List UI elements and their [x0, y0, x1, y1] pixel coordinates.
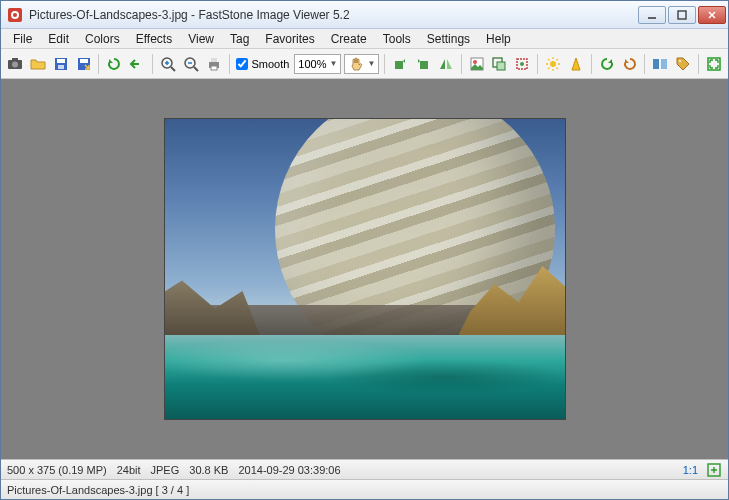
- status-filename-index: Pictures-Of-Landscapes-3.jpg [ 3 / 4 ]: [7, 484, 189, 496]
- separator: [591, 54, 592, 74]
- draw-button[interactable]: [467, 53, 487, 75]
- status-bar-info: 500 x 375 (0.19 MP) 24bit JPEG 30.8 KB 2…: [1, 459, 728, 479]
- menu-favorites[interactable]: Favorites: [257, 30, 322, 48]
- separator: [698, 54, 699, 74]
- image-canvas[interactable]: [1, 79, 728, 459]
- compare-button[interactable]: [650, 53, 670, 75]
- titlebar: Pictures-Of-Landscapes-3.jpg - FastStone…: [1, 1, 728, 29]
- reload-button[interactable]: [104, 53, 124, 75]
- fullscreen-button[interactable]: [704, 53, 724, 75]
- menu-view[interactable]: View: [180, 30, 222, 48]
- separator: [537, 54, 538, 74]
- svg-line-41: [557, 59, 559, 61]
- svg-rect-42: [653, 59, 659, 69]
- separator: [644, 54, 645, 74]
- menu-file[interactable]: File: [5, 30, 40, 48]
- hand-icon: [348, 56, 364, 72]
- svg-point-28: [473, 60, 477, 64]
- crop-button[interactable]: [512, 53, 532, 75]
- svg-rect-23: [211, 58, 217, 62]
- fit-window-icon[interactable]: [706, 462, 722, 478]
- menu-tag[interactable]: Tag: [222, 30, 257, 48]
- separator: [98, 54, 99, 74]
- app-icon: [7, 7, 23, 23]
- menu-edit[interactable]: Edit: [40, 30, 77, 48]
- chevron-down-icon: ▼: [367, 59, 375, 68]
- status-size: 30.8 KB: [189, 464, 228, 476]
- svg-line-20: [194, 67, 198, 71]
- separator: [229, 54, 230, 74]
- cursor-tool-select[interactable]: ▼: [344, 54, 379, 74]
- undo-button[interactable]: [127, 53, 147, 75]
- minimize-button[interactable]: [638, 6, 666, 24]
- status-format: JPEG: [151, 464, 180, 476]
- menu-create[interactable]: Create: [323, 30, 375, 48]
- resize-button[interactable]: [490, 53, 510, 75]
- status-bar-file: Pictures-Of-Landscapes-3.jpg [ 3 / 4 ]: [1, 479, 728, 499]
- smooth-toggle[interactable]: Smooth: [234, 58, 291, 70]
- separator: [461, 54, 462, 74]
- svg-rect-45: [708, 58, 720, 70]
- svg-line-39: [557, 67, 559, 69]
- app-window: Pictures-Of-Landscapes-3.jpg - FastStone…: [0, 0, 729, 500]
- svg-rect-25: [395, 61, 403, 69]
- svg-line-38: [548, 59, 550, 61]
- open-button[interactable]: [28, 53, 48, 75]
- flip-button[interactable]: [436, 53, 456, 75]
- window-title: Pictures-Of-Landscapes-3.jpg - FastStone…: [29, 8, 638, 22]
- maximize-button[interactable]: [668, 6, 696, 24]
- svg-rect-24: [211, 66, 217, 70]
- status-dimensions: 500 x 375 (0.19 MP): [7, 464, 107, 476]
- menu-colors[interactable]: Colors: [77, 30, 128, 48]
- sharpen-button[interactable]: [566, 53, 586, 75]
- svg-rect-9: [12, 58, 18, 61]
- chevron-down-icon: ▼: [329, 59, 337, 68]
- redo-button[interactable]: [597, 53, 617, 75]
- svg-point-32: [520, 62, 524, 66]
- svg-rect-43: [661, 59, 667, 69]
- status-datetime: 2014-09-29 03:39:06: [238, 464, 340, 476]
- menu-help[interactable]: Help: [478, 30, 519, 48]
- svg-rect-30: [497, 62, 505, 70]
- smooth-label: Smooth: [251, 58, 289, 70]
- menu-tools[interactable]: Tools: [375, 30, 419, 48]
- smooth-checkbox[interactable]: [236, 58, 248, 70]
- status-depth: 24bit: [117, 464, 141, 476]
- print-button[interactable]: [204, 53, 224, 75]
- svg-line-16: [171, 67, 175, 71]
- svg-rect-14: [80, 59, 88, 63]
- svg-rect-26: [420, 61, 428, 69]
- svg-point-8: [12, 61, 18, 67]
- zoom-ratio[interactable]: 1:1: [683, 464, 698, 476]
- save-button[interactable]: [51, 53, 71, 75]
- tag-button[interactable]: [673, 53, 693, 75]
- rotate-left-button[interactable]: [390, 53, 410, 75]
- displayed-image: [165, 119, 565, 419]
- separator: [384, 54, 385, 74]
- window-buttons: [638, 6, 726, 24]
- svg-point-33: [550, 61, 556, 67]
- menu-settings[interactable]: Settings: [419, 30, 478, 48]
- separator: [152, 54, 153, 74]
- zoom-value: 100%: [298, 58, 326, 70]
- light-button[interactable]: [543, 53, 563, 75]
- svg-rect-11: [57, 59, 65, 63]
- zoom-select[interactable]: 100% ▼: [294, 54, 341, 74]
- zoomout-button[interactable]: [181, 53, 201, 75]
- menubar: File Edit Colors Effects View Tag Favori…: [1, 29, 728, 49]
- saveas-button[interactable]: [74, 53, 94, 75]
- svg-rect-12: [58, 65, 64, 69]
- rotate-right-button[interactable]: [413, 53, 433, 75]
- zoomin-button[interactable]: [158, 53, 178, 75]
- acquire-button[interactable]: [5, 53, 25, 75]
- svg-rect-4: [678, 11, 686, 19]
- close-button[interactable]: [698, 6, 726, 24]
- toolbar: Smooth 100% ▼ ▼: [1, 49, 728, 79]
- svg-point-2: [13, 13, 17, 17]
- menu-effects[interactable]: Effects: [128, 30, 180, 48]
- svg-line-40: [548, 67, 550, 69]
- undo2-button[interactable]: [620, 53, 640, 75]
- svg-point-44: [679, 60, 681, 62]
